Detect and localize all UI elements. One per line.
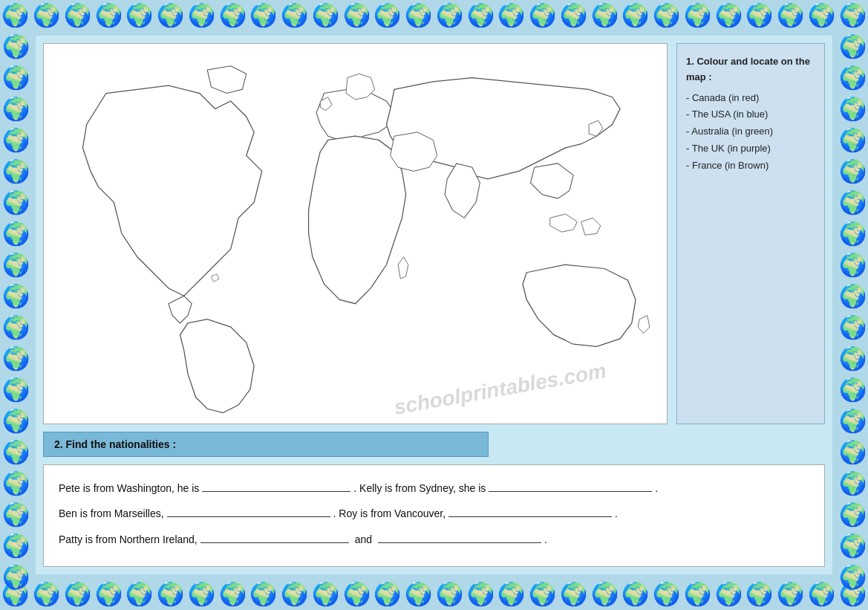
globe-icon: 🌍	[837, 62, 868, 94]
blank-6	[378, 542, 541, 543]
globe-icon: 🌍	[837, 499, 868, 530]
globe-icon: 🌍	[0, 0, 31, 31]
globe-icon: 🌍	[248, 579, 279, 610]
instructions-title: 1. Colour and locate on the map :	[686, 54, 815, 85]
globe-icon: 🌍	[837, 218, 868, 250]
instruction-item: Canada (in red)	[686, 90, 815, 107]
globe-icon: 🌍	[651, 0, 682, 31]
globe-icon: 🌍	[806, 0, 838, 31]
instruction-item: The USA (in blue)	[686, 106, 815, 123]
right-border: 🌍🌍🌍🌍🌍🌍🌍🌍🌍🌍🌍🌍🌍🌍🌍🌍🌍🌍	[837, 31, 868, 579]
globe-icon: 🌍	[837, 0, 868, 31]
globe-icon: 🌍	[837, 468, 868, 499]
globe-icon: 🌍	[0, 374, 31, 406]
globe-icon: 🌍	[682, 0, 714, 31]
exercise-line-3: Patty is from Northern Ireland, and .	[59, 528, 809, 551]
exercise-line3-end: .	[544, 528, 547, 551]
globe-icon: 🌍	[589, 0, 620, 31]
globe-icon: 🌍	[837, 437, 868, 468]
main-content: schoolprintables.com 1. Colour and locat…	[36, 36, 832, 574]
top-border: 🌍🌍🌍🌍🌍🌍🌍🌍🌍🌍🌍🌍🌍🌍🌍🌍🌍🌍🌍🌍🌍🌍🌍🌍🌍🌍🌍🌍	[0, 0, 868, 31]
globe-icon: 🌍	[496, 0, 527, 31]
globe-icon: 🌍	[0, 312, 31, 343]
world-map-svg	[44, 44, 667, 424]
globe-icon: 🌍	[310, 579, 342, 610]
globe-icon: 🌍	[403, 579, 434, 610]
globe-icon: 🌍	[403, 0, 434, 31]
globe-icon: 🌍	[527, 579, 558, 610]
inst-title-text: Colour and locate on the map :	[686, 56, 810, 82]
globe-icon: 🌍	[620, 579, 651, 610]
globe-icon: 🌍	[465, 0, 496, 31]
blank-1	[202, 491, 350, 492]
globe-icon: 🌍	[806, 579, 838, 610]
section2-header: 2. Find the nationalities :	[43, 432, 489, 457]
globe-icon: 🌍	[837, 530, 868, 562]
globe-icon: 🌍	[713, 0, 744, 31]
globe-icon: 🌍	[496, 579, 527, 610]
inst-number: 1.	[686, 56, 694, 67]
globe-icon: 🌍	[837, 343, 868, 374]
globe-icon: 🌍	[837, 156, 868, 187]
instruction-item: Australia (in green)	[686, 123, 815, 140]
blank-4	[448, 516, 612, 517]
globe-icon: 🌍	[0, 62, 31, 94]
top-section: schoolprintables.com 1. Colour and locat…	[43, 43, 825, 424]
exercise-line1-end: .	[655, 477, 658, 500]
globe-icon: 🌍	[775, 579, 806, 610]
globe-icon: 🌍	[0, 125, 31, 156]
globe-icon: 🌍	[465, 579, 496, 610]
map-container: schoolprintables.com	[43, 43, 668, 424]
blank-5	[200, 542, 349, 543]
exercise-line-1: Pete is from Washington, he is . Kelly i…	[59, 477, 809, 500]
globe-icon: 🌍	[0, 281, 31, 312]
globe-icon: 🌍	[713, 579, 744, 610]
globe-icon: 🌍	[837, 94, 868, 125]
globe-icon: 🌍	[0, 406, 31, 437]
globe-icon: 🌍	[0, 530, 31, 562]
globe-icon: 🌍	[0, 499, 31, 530]
globe-icon: 🌍	[0, 187, 31, 218]
globe-icon: 🌍	[124, 0, 155, 31]
left-border: 🌍🌍🌍🌍🌍🌍🌍🌍🌍🌍🌍🌍🌍🌍🌍🌍🌍🌍	[0, 31, 31, 579]
globe-icon: 🌍	[0, 94, 31, 125]
globe-icon: 🌍	[744, 0, 775, 31]
exercise-line-2: Ben is from Marseilles, . Roy is from Va…	[59, 502, 809, 525]
globe-icon: 🌍	[0, 156, 31, 187]
globe-icon: 🌍	[558, 0, 590, 31]
exercise-line3-text-a: Patty is from Northern Ireland,	[59, 528, 198, 551]
globe-icon: 🌍	[558, 579, 590, 610]
globe-icon: 🌍	[837, 250, 868, 281]
globe-icon: 🌍	[434, 0, 466, 31]
globe-icon: 🌍	[93, 579, 124, 610]
section2-label: 2. Find the nationalities :	[54, 438, 176, 450]
globe-icon: 🌍	[124, 579, 155, 610]
globe-icon: 🌍	[186, 579, 218, 610]
blank-3	[167, 516, 330, 517]
exercise-line2-text-a: Ben is from Marseilles,	[59, 502, 164, 525]
instructions-box: 1. Colour and locate on the map : Canada…	[676, 43, 825, 424]
exercise-line2-text-b: . Roy is from Vancouver,	[333, 502, 446, 525]
exercise-line3-and: and	[355, 528, 372, 551]
globe-icon: 🌍	[31, 0, 62, 31]
globe-icon: 🌍	[155, 0, 186, 31]
globe-icon: 🌍	[155, 579, 186, 610]
globe-icon: 🌍	[341, 579, 372, 610]
instructions-list: Canada (in red)The USA (in blue)Australi…	[686, 90, 815, 175]
exercise-line2-end: .	[615, 502, 618, 525]
globe-icon: 🌍	[0, 218, 31, 250]
globe-icon: 🌍	[341, 0, 372, 31]
globe-icon: 🌍	[837, 187, 868, 218]
globe-icon: 🌍	[93, 0, 124, 31]
globe-icon: 🌍	[620, 0, 651, 31]
globe-icon: 🌍	[775, 0, 806, 31]
globe-icon: 🌍	[0, 468, 31, 499]
globe-icon: 🌍	[589, 579, 620, 610]
globe-icon: 🌍	[744, 579, 775, 610]
globe-icon: 🌍	[217, 0, 248, 31]
exercise-box: Pete is from Washington, he is . Kelly i…	[43, 464, 825, 567]
exercise-line1-text-a: Pete is from Washington, he is	[59, 477, 199, 500]
globe-icon: 🌍	[372, 0, 403, 31]
globe-icon: 🌍	[62, 579, 94, 610]
instruction-item: France (in Brown)	[686, 158, 815, 175]
